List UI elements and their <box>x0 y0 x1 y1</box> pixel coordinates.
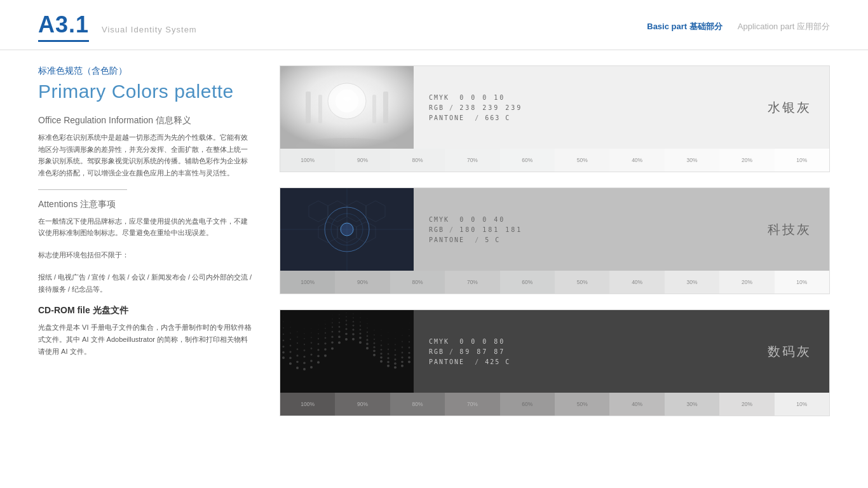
gradient-segment: 40% <box>609 393 664 416</box>
svg-point-158 <box>401 365 403 367</box>
header: A3.1 Visual Identity System Basic part 基… <box>0 0 868 50</box>
svg-rect-4 <box>383 92 388 123</box>
svg-point-145 <box>388 353 390 355</box>
svg-point-60 <box>311 332 312 334</box>
section-english-title: Primary Colors palette <box>38 81 254 102</box>
svg-point-124 <box>367 323 368 324</box>
svg-point-152 <box>394 358 396 360</box>
svg-point-23 <box>282 351 285 354</box>
svg-point-108 <box>353 313 354 315</box>
svg-point-126 <box>373 354 376 356</box>
attentions-text3: 报纸 / 电视广告 / 宣传 / 包装 / 会议 / 新闻发布会 / 公司内外部… <box>38 271 254 295</box>
svg-point-40 <box>296 355 298 356</box>
title-underline <box>38 40 89 42</box>
svg-point-138 <box>381 344 382 346</box>
svg-point-96 <box>345 328 347 330</box>
svg-point-59 <box>311 337 312 338</box>
pantone-label: PANTONE / 5 C <box>429 236 814 243</box>
gradient-segment: 80% <box>390 271 445 294</box>
svg-point-129 <box>374 342 376 344</box>
svg-point-81 <box>332 331 334 333</box>
svg-point-170 <box>409 341 410 342</box>
svg-point-47 <box>303 362 306 364</box>
svg-point-150 <box>394 366 397 369</box>
svg-point-84 <box>332 318 333 320</box>
svg-point-90 <box>339 322 340 323</box>
svg-point-95 <box>345 333 348 336</box>
nav-basic-part[interactable]: Basic part 基础部分 <box>647 21 722 32</box>
svg-point-77 <box>325 320 325 321</box>
svg-point-139 <box>381 340 382 341</box>
swatch-row-shuyin_gray: CMYK 0 0 0 10 RGB / 238 239 239 PANTONE … <box>280 65 830 172</box>
pantone-label: PANTONE / 663 C <box>429 114 814 121</box>
svg-point-78 <box>331 347 334 349</box>
svg-point-73 <box>325 337 327 339</box>
svg-point-97 <box>346 323 348 325</box>
gradient-segment: 10% <box>775 393 829 416</box>
cdrom-text: 光盘文件是本 VI 手册电子文件的集合，内含手册制作时的专用软件格式文件。其中 … <box>38 322 254 357</box>
rgb-label: RGB / 238 239 239 <box>429 104 814 111</box>
svg-point-140 <box>381 335 382 336</box>
svg-point-58 <box>311 342 312 343</box>
header-nav: Basic part 基础部分 Application part 应用部分 <box>647 21 830 32</box>
svg-point-28 <box>283 322 284 323</box>
gradient-segment: 20% <box>719 149 774 172</box>
gradient-segment: 60% <box>500 271 555 294</box>
gradient-segment: 80% <box>390 393 445 416</box>
cmyk-label: CMYK 0 0 0 10 <box>429 94 814 101</box>
svg-point-117 <box>360 313 360 313</box>
svg-point-86 <box>338 341 341 344</box>
svg-point-70 <box>324 355 327 357</box>
svg-point-36 <box>290 327 291 328</box>
divider-1 <box>38 189 127 190</box>
svg-point-151 <box>394 362 397 365</box>
section-chinese-title: 标准色规范（含色阶） <box>38 65 254 77</box>
gradient-segment: 60% <box>500 149 555 172</box>
svg-point-169 <box>409 347 410 349</box>
color-name-zh: 水银灰 <box>768 99 811 116</box>
nav-app-part[interactable]: Application part 应用部分 <box>738 21 830 32</box>
svg-point-115 <box>360 322 361 323</box>
svg-point-99 <box>346 316 347 317</box>
cmyk-label: CMYK 0 0 0 40 <box>429 216 814 223</box>
svg-point-132 <box>374 330 375 331</box>
svg-point-100 <box>346 313 347 314</box>
svg-point-164 <box>402 335 403 336</box>
swatch-info-shuma_gray: CMYK 0 0 0 80 RGB / 89 87 87 PANTONE / 4… <box>414 310 829 393</box>
gradient-segment: 40% <box>609 271 664 294</box>
svg-point-136 <box>380 353 382 355</box>
svg-point-61 <box>311 328 311 329</box>
svg-point-116 <box>360 317 361 318</box>
gradient-segment: 10% <box>775 149 829 172</box>
svg-point-111 <box>359 337 362 339</box>
svg-point-72 <box>324 342 326 344</box>
gradient-segment: 70% <box>445 271 499 294</box>
svg-point-137 <box>381 349 383 351</box>
gradient-segment: 40% <box>609 149 664 172</box>
svg-point-163 <box>402 341 403 342</box>
regulation-text: 标准色彩在识别系统中是超越一切形态而为先的个性载体。它能有效地区分与强调形象的差… <box>38 132 254 179</box>
svg-point-154 <box>395 349 396 351</box>
gradient-segment: 90% <box>335 149 390 172</box>
svg-point-171 <box>409 335 410 336</box>
color-name-zh: 科技灰 <box>768 221 811 238</box>
gradient-segment: 20% <box>719 271 774 294</box>
svg-point-74 <box>325 332 326 334</box>
gradient-segment: 30% <box>665 149 719 172</box>
svg-point-127 <box>373 349 376 352</box>
header-subtitle: Visual Identity System <box>102 25 197 34</box>
swatch-image-shuma_gray <box>280 310 414 393</box>
svg-point-120 <box>366 339 368 341</box>
left-panel: 标准色规范（含色阶） Primary Colors palette Office… <box>38 65 254 424</box>
svg-rect-5 <box>318 95 322 123</box>
svg-point-166 <box>408 360 410 363</box>
svg-point-146 <box>388 348 389 349</box>
svg-point-125 <box>367 318 367 319</box>
svg-point-39 <box>296 361 299 363</box>
svg-point-93 <box>339 311 339 311</box>
svg-point-69 <box>318 325 318 325</box>
svg-point-167 <box>408 356 410 359</box>
svg-point-153 <box>395 354 397 356</box>
svg-point-155 <box>395 344 396 345</box>
svg-point-106 <box>353 321 354 322</box>
